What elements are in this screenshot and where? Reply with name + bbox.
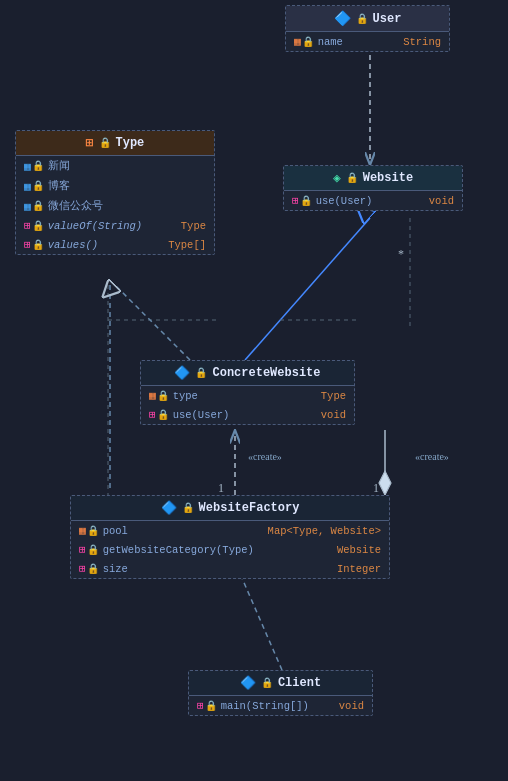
field-icon2: ▦: [24, 160, 31, 173]
diagram-container: * 1 1 «create» «create» 🔷 🔒 User ▦ 🔒 nam…: [0, 0, 508, 781]
client-header: 🔷 🔒 Client: [189, 671, 372, 696]
lock-icon4: 🔒: [32, 200, 44, 212]
lock-icon9: 🔒: [157, 409, 169, 421]
concrete-box: 🔷 🔒 ConcreteWebsite ▦ 🔒 type Type ⊞ 🔒 us…: [140, 360, 355, 425]
field-icon: ▦: [294, 35, 301, 48]
client-lock-icon: 🔒: [261, 677, 273, 689]
type-lock-icon: 🔒: [99, 137, 111, 149]
diamond-symbol: [379, 471, 391, 495]
factory-pool-type: Map<Type, Website>: [268, 525, 381, 537]
method-icon4: ⊞: [149, 408, 156, 421]
type-valueof-type: Type: [181, 220, 206, 232]
user-class-icon: 🔷: [334, 10, 351, 27]
user-row-name: ▦ 🔒 name String: [286, 32, 449, 51]
type-values-label: values(): [48, 239, 165, 251]
type-news-label: 新闻: [48, 159, 206, 173]
lock-icon12: 🔒: [87, 563, 99, 575]
one-label-left: 1: [218, 481, 224, 495]
field-icon5: ▦: [149, 389, 156, 402]
website-lock-icon: 🔒: [346, 172, 358, 184]
concrete-class-icon: 🔷: [174, 365, 190, 381]
factory-class-icon: 🔷: [161, 500, 177, 516]
factory-get-label: getWebsiteCategory(Type): [103, 544, 333, 556]
website-row-use: ⊞ 🔒 use(User) void: [284, 191, 462, 210]
concrete-to-type-dashed: [115, 285, 190, 360]
client-box: 🔷 🔒 Client ⊞ 🔒 main(String[]) void: [188, 670, 373, 716]
client-title: Client: [278, 676, 321, 690]
factory-size-type: Integer: [337, 563, 381, 575]
user-name-label: name: [318, 36, 400, 48]
user-name-type: String: [403, 36, 441, 48]
method-icon6: ⊞: [79, 562, 86, 575]
lock-icon5: 🔒: [32, 220, 44, 232]
type-valueof-label: valueOf(String): [48, 220, 177, 232]
client-main-label: main(String[]): [221, 700, 335, 712]
one-label-right: 1: [373, 481, 379, 495]
lock-icon6: 🔒: [32, 239, 44, 251]
concrete-use-type: void: [321, 409, 346, 421]
concrete-header: 🔷 🔒 ConcreteWebsite: [141, 361, 354, 386]
factory-row-get: ⊞ 🔒 getWebsiteCategory(Type) Website: [71, 540, 389, 559]
type-row-valueof: ⊞ 🔒 valueOf(String) Type: [16, 216, 214, 235]
factory-size-label: size: [103, 563, 333, 575]
type-header: ⊞ 🔒 Type: [16, 131, 214, 156]
lock-icon13: 🔒: [205, 700, 217, 712]
lock-icon3: 🔒: [32, 180, 44, 192]
factory-header: 🔷 🔒 WebsiteFactory: [71, 496, 389, 521]
user-box: 🔷 🔒 User ▦ 🔒 name String: [285, 5, 450, 52]
type-title: Type: [116, 136, 145, 150]
website-header: ◈ 🔒 Website: [284, 166, 462, 191]
website-interface-icon: ◈: [333, 170, 341, 186]
type-row-blog: ▦ 🔒 博客: [16, 176, 214, 196]
type-row-values: ⊞ 🔒 values() Type[]: [16, 235, 214, 254]
method-icon2: ⊞: [24, 238, 31, 251]
lock-icon2: 🔒: [32, 160, 44, 172]
website-title: Website: [363, 171, 413, 185]
type-box: ⊞ 🔒 Type ▦ 🔒 新闻 ▦ 🔒 博客 ▦ 🔒 微信公众号: [15, 130, 215, 255]
lock-icon8: 🔒: [157, 390, 169, 402]
method-icon7: ⊞: [197, 699, 204, 712]
create-label-1: «create»: [248, 451, 282, 462]
lock-icon7: 🔒: [300, 195, 312, 207]
method-icon3: ⊞: [292, 194, 299, 207]
concrete-type-type: Type: [321, 390, 346, 402]
field-icon4: ▦: [24, 200, 31, 213]
lock-icon: 🔒: [302, 36, 314, 48]
client-main-type: void: [339, 700, 364, 712]
website-use-label: use(User): [316, 195, 425, 207]
factory-row-size: ⊞ 🔒 size Integer: [71, 559, 389, 578]
client-row-main: ⊞ 🔒 main(String[]) void: [189, 696, 372, 715]
user-title: User: [373, 12, 402, 26]
concrete-use-label: use(User): [173, 409, 317, 421]
factory-box: 🔷 🔒 WebsiteFactory ▦ 🔒 pool Map<Type, We…: [70, 495, 390, 579]
type-blog-label: 博客: [48, 179, 206, 193]
user-lock-icon: 🔒: [356, 13, 368, 25]
concrete-title: ConcreteWebsite: [212, 366, 320, 380]
type-wechat-label: 微信公众号: [48, 199, 206, 213]
type-values-type: Type[]: [168, 239, 206, 251]
concrete-lock-icon: 🔒: [195, 367, 207, 379]
type-enum-icon: ⊞: [86, 135, 94, 151]
factory-pool-label: pool: [103, 525, 264, 537]
website-use-type: void: [429, 195, 454, 207]
type-row-news: ▦ 🔒 新闻: [16, 156, 214, 176]
create-label-2: «create»: [415, 451, 449, 462]
method-icon5: ⊞: [79, 543, 86, 556]
concrete-type-label: type: [173, 390, 317, 402]
field-icon6: ▦: [79, 524, 86, 537]
client-class-icon: 🔷: [240, 675, 256, 691]
factory-title: WebsiteFactory: [199, 501, 300, 515]
field-icon3: ▦: [24, 180, 31, 193]
type-row-wechat: ▦ 🔒 微信公众号: [16, 196, 214, 216]
factory-row-pool: ▦ 🔒 pool Map<Type, Website>: [71, 521, 389, 540]
lock-icon11: 🔒: [87, 544, 99, 556]
factory-get-type: Website: [337, 544, 381, 556]
concrete-row-use: ⊞ 🔒 use(User) void: [141, 405, 354, 424]
concrete-to-website-line: [245, 218, 370, 360]
factory-lock-icon: 🔒: [182, 502, 194, 514]
website-box: ◈ 🔒 Website ⊞ 🔒 use(User) void: [283, 165, 463, 211]
concrete-row-type: ▦ 🔒 type Type: [141, 386, 354, 405]
method-icon1: ⊞: [24, 219, 31, 232]
user-header: 🔷 🔒 User: [286, 6, 449, 32]
lock-icon10: 🔒: [87, 525, 99, 537]
